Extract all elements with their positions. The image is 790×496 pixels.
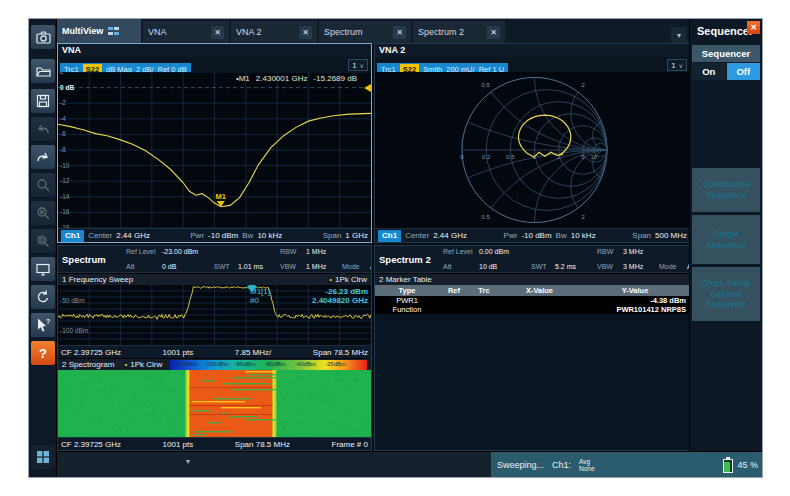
tab-spectrum[interactable]: Spectrum ✕ <box>319 21 411 43</box>
tab-multiview[interactable]: MultiView <box>57 19 141 43</box>
vna-bandwidth[interactable]: 10 kHz <box>257 231 282 240</box>
spectrum-cf[interactable]: CF 2.39725 GHz <box>61 348 121 357</box>
spectrum2-att[interactable]: 10 dB <box>479 263 531 270</box>
vna2-channel-chip[interactable]: Ch1 <box>378 230 401 242</box>
undo-arrow-icon <box>35 121 51 137</box>
status-caret-button[interactable]: ▾ <box>186 457 190 466</box>
zoom-magnifier-icon <box>35 177 51 193</box>
vna2-power[interactable]: -10 dBm <box>521 231 551 240</box>
open-file-button[interactable] <box>31 59 55 83</box>
vna-span[interactable]: 1 GHz <box>345 231 368 240</box>
spectrogram-frame[interactable]: Frame # 0 <box>332 440 368 449</box>
continuous-sequence-button[interactable]: Continuous Sequence <box>692 168 760 212</box>
vna-window-select[interactable]: 1 ∨ <box>348 59 368 71</box>
spectrum2-ref-level[interactable]: 0.00 dBm <box>479 248 531 255</box>
help-button[interactable]: ? <box>31 341 55 365</box>
tab-vna[interactable]: VNA ✕ <box>143 21 229 43</box>
tab-spectrum2-close-icon[interactable]: ✕ <box>487 26 500 39</box>
tab-vna2-close-icon[interactable]: ✕ <box>299 26 312 39</box>
marker-table-title: 2 Marker Table <box>379 275 432 284</box>
single-sequence-button[interactable]: Single Sequence <box>692 215 760 264</box>
spectrum-y-label: -50 dBm <box>60 297 85 304</box>
save-button[interactable] <box>31 89 55 113</box>
spectrum-rbw[interactable]: 1 MHz <box>306 248 342 255</box>
screenshot-camera-button[interactable] <box>31 25 55 49</box>
tab-vna2[interactable]: VNA 2 ✕ <box>231 21 317 43</box>
spectrum-vbw[interactable]: 1 MHz <box>306 263 342 270</box>
caret-down-icon: ▾ <box>677 31 681 40</box>
spectrum-y-label: -100 dBm <box>60 327 88 334</box>
spectrum2-vbw[interactable]: 3 MHz <box>623 263 659 270</box>
tab-spectrum-close-icon[interactable]: ✕ <box>393 26 406 39</box>
legend-label: -60dBm <box>265 361 286 367</box>
vna-power[interactable]: -10 dBm <box>208 231 238 240</box>
spectrum-channel-name[interactable]: Spectrum <box>62 254 120 265</box>
panel-vna2[interactable]: VNA 2 Trc1 S22 Smith 200 mU/ Ref 1 U 1 ∨ <box>374 43 691 243</box>
frequency-sweep-window-title[interactable]: 1 Frequency Sweep •1Pk Clrw <box>58 273 371 285</box>
vna-channel-chip[interactable]: Ch1 <box>61 230 84 242</box>
sequencer-softkey-label: Sequencer <box>692 45 760 62</box>
tab-spectrum2[interactable]: Spectrum 2 ✕ <box>413 21 505 43</box>
vna-window-number: 1 <box>352 61 356 70</box>
vna-center-freq[interactable]: 2.44 GHz <box>116 231 150 240</box>
sequencer-close-icon[interactable]: ✕ <box>747 21 760 34</box>
redo-button[interactable] <box>31 145 55 169</box>
vna-trace-header[interactable]: Trc1 S22 dB Mag 2 dB/ Ref 0 dB 1 ∨ <box>58 57 371 72</box>
context-help-button[interactable]: ? <box>31 313 55 337</box>
display-monitor-icon <box>35 261 51 277</box>
panel-vna[interactable]: VNA Trc1 S22 dB Mag 2 dB/ Ref 0 dB 1 ∨ <box>57 43 372 243</box>
undo-button[interactable] <box>31 117 55 141</box>
vna-footer: Ch1 Center2.44 GHz Pwr-10 dBm Bw10 kHz S… <box>58 228 371 242</box>
tab-vna-close-icon[interactable]: ✕ <box>211 26 224 39</box>
spectrogram-window-title[interactable]: 2 Spectrogram •1Pk Clrw -110dBm-100dBm-8… <box>58 358 371 370</box>
marker-table-empty-area <box>375 314 690 450</box>
tab-overflow-button[interactable]: ▾ <box>671 27 687 43</box>
spectrum-ref-level[interactable]: -23.00 dBm <box>162 248 214 255</box>
vna-y-label: 0 dB <box>60 84 74 91</box>
marker-table-row[interactable]: PWR1 -4.38 dBm <box>375 296 690 305</box>
spectrogram-cf[interactable]: CF 2.39725 GHz <box>61 440 121 449</box>
spectrum2-channel-name[interactable]: Spectrum 2 <box>379 254 437 265</box>
svg-text:0.2: 0.2 <box>482 154 491 160</box>
vna2-smith-graph[interactable]: 00.20.5125100.5120.52 <box>375 72 690 228</box>
vna-graph[interactable]: 20 dB-2-4-6-8-10-12-14-16-18 •M1 2.43000… <box>58 72 371 228</box>
vna2-window-number: 1 <box>671 61 675 70</box>
panel-spectrum2[interactable]: Spectrum 2 Ref Level 0.00 dBm RBW 3 MHz … <box>374 245 691 451</box>
marker-table-window-title[interactable]: 2 Marker Table <box>375 273 690 285</box>
vna2-trace-header[interactable]: Trc1 S22 Smith 200 mU/ Ref 1 U 1 ∨ <box>375 57 690 72</box>
vna2-bandwidth[interactable]: 10 kHz <box>571 231 596 240</box>
vna2-span[interactable]: 500 MHz <box>655 231 687 240</box>
vna2-window-select[interactable]: 1 ∨ <box>667 59 687 71</box>
spectrogram-image <box>58 370 371 437</box>
multiple-zoom-button[interactable] <box>31 229 55 253</box>
legend-label: -85dBm <box>235 361 256 367</box>
spectrum-att[interactable]: 0 dB <box>162 263 214 270</box>
spectrogram-graph[interactable] <box>58 370 371 437</box>
frequency-sweep-graph[interactable]: -50 dBm-100 dBm M1[1]-26.23 dBm #02.4049… <box>58 285 371 345</box>
spectrum-span[interactable]: Span 78.5 MHz <box>313 348 368 357</box>
display-config-button[interactable] <box>31 257 55 281</box>
preset-refresh-button[interactable] <box>31 285 55 309</box>
spectrogram-span[interactable]: Span 78.5 MHz <box>235 440 290 449</box>
spectrum-mode[interactable]: Auto Sweep <box>370 263 372 270</box>
svg-text:0.5: 0.5 <box>482 214 491 220</box>
sequencer-on-button[interactable]: On <box>692 63 726 80</box>
zoom-off-button[interactable] <box>31 201 55 225</box>
marker-table-row[interactable]: Function PWR101412 NRP8S <box>375 305 690 314</box>
windows-start-button[interactable] <box>31 445 55 469</box>
trace-mode-label: 1Pk Clrw <box>130 360 162 369</box>
status-average-info: Avg None <box>579 458 595 472</box>
zoom-button[interactable] <box>31 173 55 197</box>
channel-tab-bar: MultiView VNA ✕ VNA 2 ✕ Spectrum ✕ Spect… <box>57 19 691 43</box>
spectrum2-swt[interactable]: 5.2 ms <box>555 263 597 270</box>
vna2-center-freq[interactable]: 2.44 GHz <box>433 231 467 240</box>
help-question-icon: ? <box>39 346 47 361</box>
panel-spectrum[interactable]: Spectrum Ref Level -23.00 dBm RBW 1 MHz … <box>57 245 372 451</box>
vna-marker-m1[interactable]: M1 <box>216 192 226 207</box>
spectrum-swt[interactable]: 1.01 ms <box>238 263 280 270</box>
chan-setup-defined-sequence-button[interactable]: Chan. Setup Defined Sequence <box>692 267 760 321</box>
page: ? ? MultiView VNA ✕ VNA 2 ✕ Spectrum <box>0 0 790 496</box>
save-floppy-icon <box>35 93 51 109</box>
sequencer-off-button[interactable]: Off <box>727 63 761 80</box>
spectrum2-rbw[interactable]: 3 MHz <box>623 248 659 255</box>
